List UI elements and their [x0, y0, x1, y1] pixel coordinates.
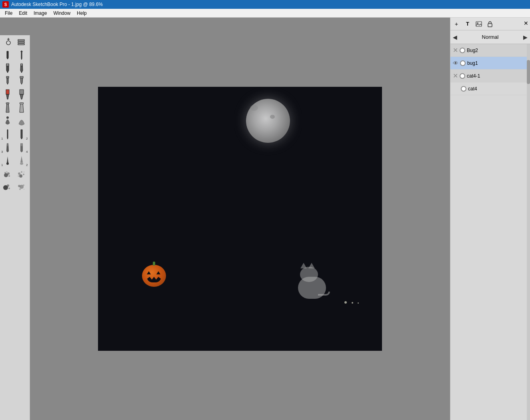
brush-paint-2[interactable]: [15, 88, 28, 101]
dots-element: [344, 299, 362, 305]
menu-file[interactable]: File: [2, 10, 16, 17]
brush-3[interactable]: 3: [1, 141, 14, 154]
layer-row[interactable]: ✕ Bug2: [450, 44, 530, 57]
svg-rect-77: [476, 22, 482, 26]
layer-list: ✕ Bug2 👁 bug1 ✕ cat4-1 cat4: [450, 44, 530, 420]
brush-ink-2[interactable]: [15, 62, 28, 74]
app-icon: S: [2, 1, 9, 8]
add-text-layer-button[interactable]: T: [463, 20, 472, 28]
svg-point-63: [18, 172, 20, 175]
menu-image[interactable]: Image: [30, 10, 50, 17]
svg-point-75: [19, 188, 21, 190]
brush-airbrush-1[interactable]: [1, 101, 14, 114]
svg-point-57: [20, 162, 23, 165]
layer-name: cat4-1: [467, 73, 528, 79]
svg-point-62: [6, 172, 8, 173]
blend-next-button[interactable]: ▶: [523, 34, 528, 40]
brush-4[interactable]: 4: [15, 141, 28, 154]
layer-row[interactable]: ✕ cat4-1: [450, 70, 530, 82]
pumpkin-element: [142, 265, 166, 287]
svg-point-68: [18, 176, 19, 177]
svg-point-61: [8, 175, 10, 177]
close-panel-button[interactable]: ✕: [524, 20, 528, 26]
cat-tail: [318, 292, 330, 296]
brush-airbrush-2[interactable]: [15, 101, 28, 114]
svg-rect-51: [6, 76, 9, 78]
pumpkin-eye-left: [147, 271, 151, 274]
brush-splatter-3[interactable]: [1, 180, 14, 193]
brush-marker-1[interactable]: [1, 75, 14, 88]
scrollbar-thumb[interactable]: [527, 60, 530, 84]
menu-help[interactable]: Help: [74, 10, 90, 17]
brush-splatter-4[interactable]: [15, 180, 28, 193]
canvas-background[interactable]: [98, 87, 382, 351]
layer-row[interactable]: cat4: [450, 82, 530, 95]
svg-point-65: [23, 174, 24, 175]
brush-splatter-2[interactable]: [15, 167, 28, 180]
svg-point-64: [21, 171, 22, 173]
pumpkin-eye-right: [156, 271, 160, 274]
title-text: Autodesk SketchBook Pro - 1.jpg @ 89.6%: [11, 2, 103, 7]
svg-point-70: [7, 184, 9, 187]
layer-toggle[interactable]: [15, 36, 27, 47]
add-image-layer-button[interactable]: [474, 20, 483, 28]
layer-name: cat4: [468, 86, 528, 92]
menu-window[interactable]: Window: [50, 10, 74, 17]
brush-splatter-1[interactable]: [1, 167, 14, 180]
layer-merge-icon: ✕: [453, 46, 458, 54]
svg-rect-46: [18, 40, 24, 41]
svg-rect-48: [18, 44, 24, 45]
layer-merge-icon: ✕: [453, 72, 458, 80]
left-toolbar: 1 2 3 4: [0, 35, 30, 420]
svg-rect-79: [488, 24, 492, 27]
brush-ink-1[interactable]: [1, 62, 14, 74]
layer-name: Bug2: [467, 48, 528, 53]
svg-rect-52: [20, 76, 23, 78]
brush-paint-1[interactable]: [1, 88, 14, 101]
svg-point-56: [6, 162, 9, 165]
layer-radio[interactable]: [460, 48, 465, 53]
title-bar: S Autodesk SketchBook Pro - 1.jpg @ 89.6…: [0, 0, 530, 9]
lock-layer-button[interactable]: [486, 20, 494, 28]
layer-panel-header: + T ✕: [450, 18, 530, 30]
brush-special-1[interactable]: 1: [1, 154, 14, 167]
layer-radio[interactable]: [460, 60, 466, 66]
canvas[interactable]: [98, 87, 382, 351]
add-layer-button[interactable]: +: [452, 20, 461, 28]
layer-name: bug1: [467, 60, 528, 66]
layer-scrollbar[interactable]: [527, 44, 530, 420]
layer-radio[interactable]: [460, 73, 465, 79]
brush-pencil-2[interactable]: [15, 48, 28, 61]
brush-size-button[interactable]: [2, 36, 14, 47]
svg-rect-54: [20, 90, 24, 94]
layer-radio[interactable]: [461, 86, 466, 92]
pumpkin-mouth: [147, 277, 161, 282]
brush-grid: 1 2 3 4: [1, 48, 28, 193]
brush-pencil-1[interactable]: [1, 48, 14, 61]
svg-point-55: [6, 116, 9, 119]
menu-edit[interactable]: Edit: [16, 10, 30, 17]
svg-point-74: [23, 184, 24, 186]
svg-point-60: [4, 172, 6, 174]
pumpkin-body: [142, 265, 166, 287]
brush-blend-1[interactable]: [1, 114, 14, 127]
svg-point-59: [7, 172, 10, 175]
tool-controls: [2, 36, 27, 47]
brush-sketch-1[interactable]: 1: [1, 128, 14, 140]
svg-rect-53: [6, 90, 9, 94]
layer-row[interactable]: 👁 bug1: [450, 57, 530, 70]
menu-bar: File Edit Image Window Help: [0, 9, 530, 18]
svg-point-43: [6, 41, 10, 45]
svg-point-76: [24, 189, 24, 190]
layer-eye-icon[interactable]: 👁: [453, 60, 458, 66]
brush-blend-2[interactable]: [15, 114, 28, 127]
canvas-area[interactable]: [30, 18, 450, 420]
brush-marker-2[interactable]: [15, 75, 28, 88]
layer-panel: + T ✕ ◀ Normal ▶ ✕ Bu: [450, 18, 530, 420]
blend-mode-label: Normal: [457, 34, 523, 40]
blend-prev-button[interactable]: ◀: [453, 34, 457, 40]
brush-sketch-2[interactable]: 2: [15, 128, 28, 140]
cat-element: [294, 267, 330, 299]
moon-element: [246, 99, 290, 143]
brush-special-2[interactable]: 2: [15, 154, 28, 167]
